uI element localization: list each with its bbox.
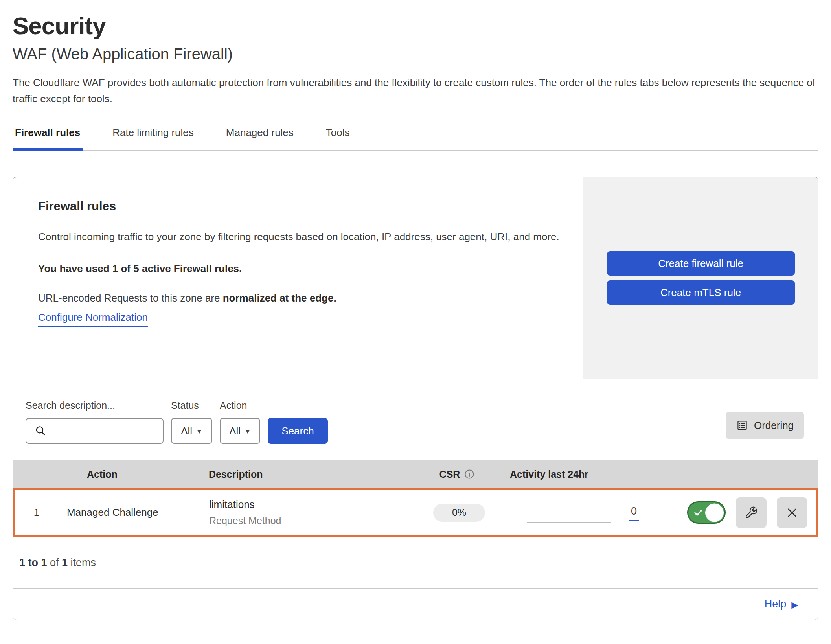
search-button[interactable]: Search — [268, 418, 328, 444]
header-csr: CSR — [406, 469, 508, 480]
help-row: Help ▶ — [13, 588, 818, 620]
table-header: Action Description CSR Activity last 24h… — [13, 460, 818, 488]
toggle-knob — [705, 503, 724, 522]
ordering-button[interactable]: Ordering — [726, 412, 804, 439]
rule-controls — [687, 497, 807, 528]
tab-tools[interactable]: Tools — [324, 127, 352, 151]
card-top-info: Firewall rules Control incoming traffic … — [13, 177, 583, 379]
rule-index: 1 — [15, 506, 58, 519]
search-filter-group: Search description... — [26, 400, 164, 444]
rule-activity-cell: 0 — [510, 497, 816, 528]
delete-rule-button[interactable] — [777, 497, 807, 528]
activity-sparkline — [527, 503, 611, 523]
table-row[interactable]: 1 Managed Challenge limitations Request … — [13, 488, 818, 537]
tab-managed-rules[interactable]: Managed rules — [224, 127, 296, 151]
help-link[interactable]: Help — [765, 598, 787, 610]
card-heading: Firewall rules — [38, 199, 559, 213]
caret-down-icon: ▼ — [245, 428, 251, 435]
card-actions-panel: Create firewall rule Create mTLS rule — [583, 177, 818, 379]
create-mtls-rule-button[interactable]: Create mTLS rule — [607, 280, 795, 305]
csr-badge: 0% — [433, 504, 485, 522]
close-icon — [786, 506, 798, 519]
page-description: The Cloudflare WAF provides both automat… — [13, 75, 818, 107]
security-waf-page: Security WAF (Web Application Firewall) … — [0, 0, 831, 620]
normalization-line: URL-encoded Requests to this zone are no… — [38, 292, 559, 304]
normalization-prefix: URL-encoded Requests to this zone are — [38, 292, 223, 304]
items-range: 1 to 1 — [19, 557, 47, 569]
rule-description: limitations — [209, 499, 408, 511]
rule-csr-cell: 0% — [408, 504, 510, 522]
activity-count-link[interactable]: 0 — [629, 505, 639, 521]
header-activity: Activity last 24hr — [508, 469, 818, 480]
rule-description-cell: limitations Request Method — [188, 499, 408, 526]
search-icon — [34, 425, 47, 437]
rule-action: Managed Challenge — [58, 506, 188, 519]
usage-line: You have used 1 of 5 active Firewall rul… — [38, 263, 559, 275]
configure-normalization-link[interactable]: Configure Normalization — [38, 311, 148, 327]
action-filter-group: Action All ▼ — [220, 400, 260, 444]
search-label: Search description... — [26, 400, 164, 411]
search-box[interactable] — [26, 418, 164, 444]
check-icon — [693, 508, 703, 518]
header-description: Description — [186, 469, 406, 480]
action-dropdown-value: All — [229, 425, 241, 437]
firewall-rules-card: Firewall rules Control incoming traffic … — [13, 177, 818, 620]
wrench-icon — [745, 506, 758, 519]
rule-description-sub: Request Method — [209, 515, 408, 526]
info-icon[interactable] — [464, 469, 475, 480]
card-top-section: Firewall rules Control incoming traffic … — [13, 177, 818, 379]
ordering-button-label: Ordering — [754, 420, 794, 432]
tab-rate-limiting-rules[interactable]: Rate limiting rules — [110, 127, 196, 151]
page-title: Security — [13, 12, 818, 40]
caret-down-icon: ▼ — [196, 428, 202, 435]
status-label: Status — [171, 400, 212, 411]
status-dropdown-value: All — [181, 425, 192, 437]
filter-bar: Search description... Status All ▼ — [13, 379, 818, 460]
page-subtitle: WAF (Web Application Firewall) — [13, 45, 818, 63]
items-word: items — [68, 557, 96, 569]
action-label: Action — [220, 400, 260, 411]
items-summary: 1 to 1 of 1 items — [13, 537, 818, 588]
search-input[interactable] — [52, 425, 156, 437]
tab-firewall-rules[interactable]: Firewall rules — [13, 127, 83, 151]
status-filter-group: Status All ▼ — [171, 400, 212, 444]
help-arrow-icon: ▶ — [791, 600, 798, 610]
rule-enabled-toggle[interactable] — [687, 501, 726, 524]
edit-rule-button[interactable] — [736, 497, 767, 528]
ordering-list-icon — [736, 420, 748, 431]
status-dropdown[interactable]: All ▼ — [171, 418, 212, 444]
items-of: of — [47, 557, 62, 569]
action-dropdown[interactable]: All ▼ — [220, 418, 260, 444]
card-description: Control incoming traffic to your zone by… — [38, 228, 559, 246]
header-action: Action — [56, 469, 186, 480]
header-csr-label: CSR — [439, 469, 460, 480]
waf-tab-bar: Firewall rules Rate limiting rules Manag… — [13, 127, 818, 151]
create-firewall-rule-button[interactable]: Create firewall rule — [607, 251, 795, 276]
items-total: 1 — [62, 557, 68, 569]
normalization-bold: normalized at the edge. — [223, 292, 336, 304]
